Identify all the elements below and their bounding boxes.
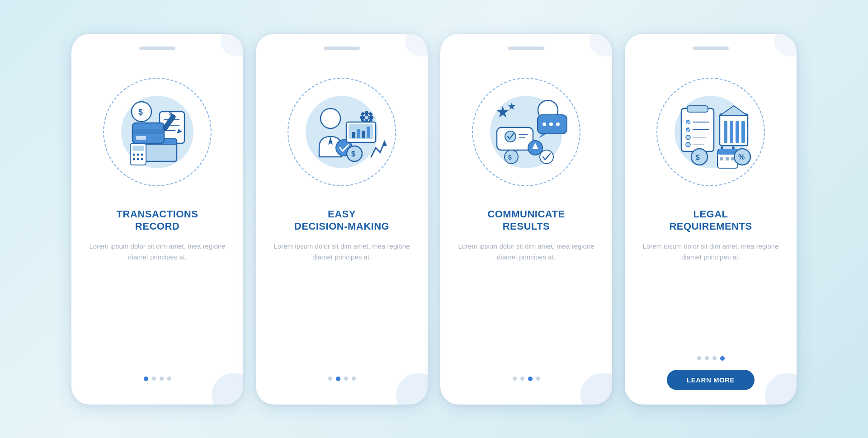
- dots-row-communicate: [513, 377, 540, 381]
- svg-point-69: [686, 142, 690, 147]
- svg-rect-36: [352, 132, 355, 138]
- svg-marker-44: [508, 103, 515, 110]
- svg-rect-74: [724, 121, 727, 143]
- phone-notch-3: [508, 47, 544, 50]
- svg-point-63: [686, 120, 690, 124]
- phone-notch-2: [324, 47, 360, 50]
- svg-rect-37: [357, 129, 360, 138]
- card-title-legal: LEGAL REQUIREMENTS: [669, 208, 752, 233]
- svg-rect-77: [741, 121, 745, 143]
- card-title-transactions: TRANSACTIONS RECORD: [117, 208, 198, 233]
- svg-rect-14: [132, 146, 144, 151]
- dot-1: [697, 356, 701, 360]
- learn-more-button[interactable]: LEARN MORE: [667, 370, 755, 390]
- svg-rect-39: [367, 127, 370, 138]
- dot-2: [336, 377, 340, 381]
- dot-4: [167, 377, 171, 381]
- svg-marker-72: [720, 106, 748, 116]
- card-body-communicate: Lorem ipsum dolor sit dim amet, mea regi…: [455, 241, 598, 367]
- card-title-decision: EASY DECISION-MAKING: [294, 208, 389, 233]
- transactions-icon: $ $: [105, 80, 209, 184]
- svg-point-50: [556, 122, 560, 126]
- dot-4: [536, 377, 540, 381]
- svg-point-67: [686, 135, 690, 140]
- svg-point-20: [141, 158, 143, 160]
- illustration-decision: $: [270, 60, 413, 204]
- svg-text:$: $: [351, 150, 355, 158]
- card-body-legal: Lorem ipsum dolor sit dim amet, mea regi…: [639, 241, 782, 347]
- legal-icon: $ %: [656, 78, 765, 186]
- svg-point-16: [137, 153, 139, 155]
- dots-row-decision: [328, 377, 356, 381]
- card-body-transactions: Lorem ipsum dolor sit dim amet, mea regi…: [86, 241, 229, 367]
- svg-point-18: [133, 158, 135, 160]
- decision-icon: $: [288, 78, 396, 186]
- svg-marker-47: [539, 134, 547, 138]
- dots-row-legal: [697, 356, 725, 361]
- dot-3: [160, 377, 164, 381]
- svg-point-48: [542, 122, 546, 126]
- illustration-communicate: $: [455, 60, 598, 204]
- svg-text:$: $: [508, 154, 512, 161]
- illustration-transactions: $ $: [86, 60, 229, 204]
- svg-point-49: [549, 122, 553, 126]
- svg-rect-26: [365, 111, 368, 115]
- card-communicate-results: $ COMMUNICATE RESULTS Lorem ipsum dolor …: [440, 34, 612, 405]
- dot-4: [352, 377, 356, 381]
- dot-2: [705, 356, 709, 360]
- svg-marker-43: [497, 106, 509, 118]
- dot-3: [344, 377, 348, 381]
- cards-container: $ $: [53, 16, 815, 423]
- svg-point-19: [137, 158, 139, 160]
- phone-notch: [139, 47, 175, 50]
- dot-3: [528, 377, 533, 381]
- svg-point-83: [732, 146, 735, 149]
- card-title-communicate: COMMUNICATE RESULTS: [487, 208, 565, 233]
- card-easy-decision-making: $ EASY DECISION-MAKING Lorem ipsum dolor…: [256, 34, 428, 405]
- dots-row-transactions: [144, 377, 171, 381]
- dot-1: [513, 377, 517, 381]
- svg-point-53: [505, 131, 516, 142]
- svg-point-25: [364, 115, 369, 120]
- svg-rect-76: [736, 121, 739, 143]
- card-transactions-record: $ $: [71, 34, 243, 405]
- svg-text:$: $: [696, 154, 700, 161]
- svg-rect-62: [687, 106, 708, 112]
- dot-2: [520, 377, 524, 381]
- card-body-decision: Lorem ipsum dolor sit dim amet, mea regi…: [270, 241, 413, 367]
- svg-point-15: [133, 153, 135, 155]
- svg-text:%: %: [738, 153, 745, 161]
- svg-rect-8: [136, 136, 146, 140]
- svg-point-82: [721, 146, 723, 149]
- svg-point-21: [321, 108, 340, 128]
- svg-text:$: $: [138, 108, 143, 117]
- svg-rect-75: [730, 121, 733, 143]
- svg-rect-84: [720, 157, 723, 160]
- illustration-legal: $ %: [639, 60, 782, 204]
- card-legal-requirements: $ % LEGAL REQUIREMENTS Lorem ipsum dolor…: [625, 34, 797, 405]
- svg-point-65: [686, 127, 690, 132]
- dot-3: [712, 356, 717, 360]
- dot-1: [144, 377, 148, 381]
- svg-rect-85: [726, 157, 729, 160]
- svg-point-17: [141, 153, 143, 155]
- dot-4: [720, 356, 725, 361]
- dot-2: [152, 377, 156, 381]
- svg-rect-38: [362, 131, 365, 138]
- svg-point-60: [540, 150, 553, 164]
- phone-notch-4: [693, 47, 729, 50]
- svg-rect-7: [132, 129, 164, 134]
- communicate-icon: $: [472, 78, 580, 186]
- dot-1: [328, 377, 332, 381]
